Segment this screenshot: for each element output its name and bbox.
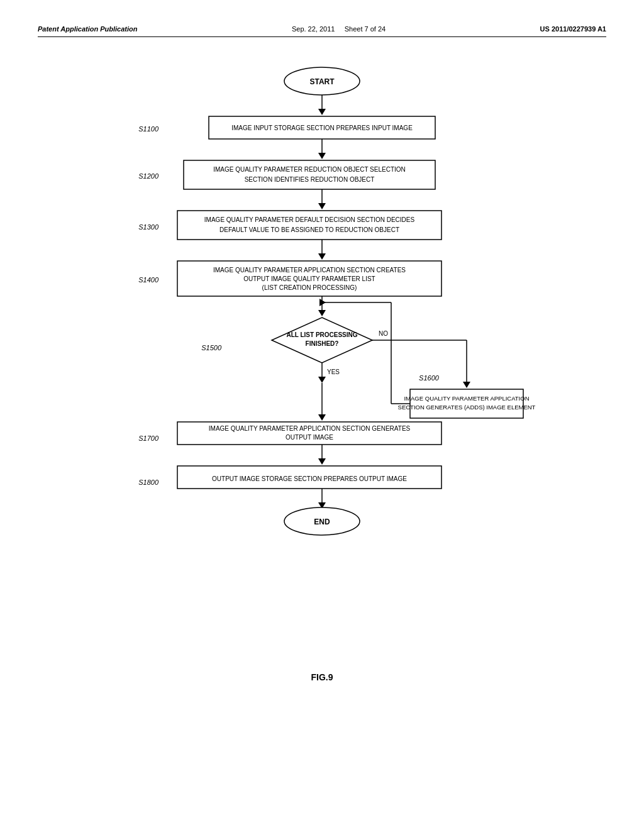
svg-text:IMAGE QUALITY PARAMETER APPLIC: IMAGE QUALITY PARAMETER APPLICATION: [404, 395, 529, 402]
svg-text:OUTPUT IMAGE: OUTPUT IMAGE: [286, 434, 333, 441]
svg-text:OUTPUT IMAGE QUALITY PARAMETER: OUTPUT IMAGE QUALITY PARAMETER LIST: [243, 275, 375, 282]
svg-text:S1300: S1300: [138, 223, 159, 231]
header-sheet: Sheet 7 of 24: [345, 25, 386, 33]
svg-text:OUTPUT IMAGE STORAGE SECTION P: OUTPUT IMAGE STORAGE SECTION PREPARES OU…: [212, 475, 407, 482]
svg-text:YES: YES: [327, 368, 340, 375]
svg-text:S1400: S1400: [138, 276, 159, 284]
svg-text:S1200: S1200: [138, 172, 159, 180]
svg-text:IMAGE QUALITY PARAMETER REDUCT: IMAGE QUALITY PARAMETER REDUCTION OBJECT…: [213, 166, 406, 173]
figure-caption: FIG.9: [38, 672, 606, 682]
svg-text:ALL LIST PROCESSING: ALL LIST PROCESSING: [286, 331, 357, 338]
svg-marker-38: [463, 382, 470, 388]
svg-text:FINISHED?: FINISHED?: [306, 340, 339, 347]
svg-marker-33: [318, 377, 326, 383]
page-header: Patent Application Publication Sep. 22, …: [38, 25, 606, 37]
svg-text:DEFAULT VALUE TO BE ASSIGNED T: DEFAULT VALUE TO BE ASSIGNED TO REDUCTIO…: [219, 226, 399, 233]
svg-text:SECTION IDENTIFIES REDUCTION O: SECTION IDENTIFIES REDUCTION OBJECT: [245, 176, 375, 183]
svg-marker-20: [318, 253, 326, 260]
header-right: US 2011/0227939 A1: [540, 25, 606, 33]
svg-text:SECTION GENERATES (ADDS) IMAGE: SECTION GENERATES (ADDS) IMAGE ELEMENT: [398, 404, 536, 411]
svg-text:IMAGE QUALITY PARAMETER APPLIC: IMAGE QUALITY PARAMETER APPLICATION SECT…: [213, 267, 406, 274]
svg-text:S1700: S1700: [138, 434, 159, 442]
svg-text:(LIST CREATION PROCESSING): (LIST CREATION PROCESSING): [262, 284, 357, 291]
header-center: Sep. 22, 2011 Sheet 7 of 24: [292, 25, 386, 33]
svg-text:IMAGE QUALITY PARAMETER DEFAUL: IMAGE QUALITY PARAMETER DEFAULT DECISION…: [204, 216, 415, 223]
svg-text:NO: NO: [379, 330, 388, 337]
svg-rect-10: [184, 160, 435, 189]
svg-marker-8: [318, 153, 326, 159]
svg-marker-3: [318, 109, 326, 115]
svg-text:START: START: [309, 77, 335, 86]
svg-text:S1500: S1500: [201, 344, 222, 351]
svg-marker-14: [318, 203, 326, 209]
svg-marker-27: [318, 310, 326, 316]
svg-text:END: END: [314, 517, 330, 526]
header-left: Patent Application Publication: [38, 25, 138, 33]
svg-marker-54: [318, 458, 326, 465]
svg-text:S1800: S1800: [138, 479, 159, 486]
page: Patent Application Publication Sep. 22, …: [0, 0, 644, 830]
header-date: Sep. 22, 2011: [292, 25, 335, 33]
svg-text:S1600: S1600: [419, 374, 440, 382]
svg-text:IMAGE INPUT STORAGE SECTION PR: IMAGE INPUT STORAGE SECTION PREPARES INP…: [231, 124, 413, 131]
flowchart-svg: START S1100 IMAGE INPUT STORAGE SECTION …: [102, 56, 542, 653]
svg-text:IMAGE QUALITY PARAMETER APPLIC: IMAGE QUALITY PARAMETER APPLICATION SECT…: [209, 425, 411, 432]
svg-marker-48: [318, 414, 326, 421]
svg-text:S1100: S1100: [138, 125, 159, 133]
svg-rect-16: [177, 211, 441, 240]
svg-marker-46: [319, 299, 326, 306]
